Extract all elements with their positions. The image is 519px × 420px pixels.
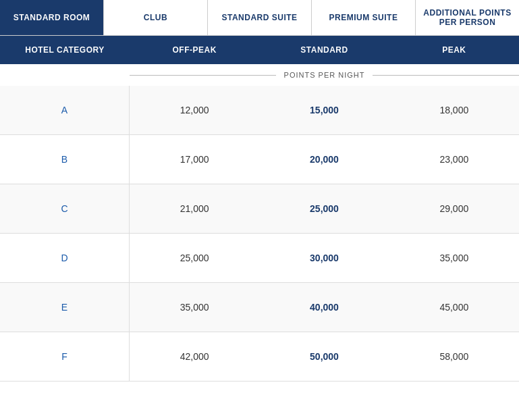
category-f: F [0, 332, 130, 381]
tab-bar: STANDARD ROOM CLUB STANDARD SUITE PREMIU… [0, 0, 519, 36]
table-row: C 21,000 25,000 29,000 [0, 184, 519, 234]
standard-f: 50,000 [259, 332, 389, 381]
label-line-right [373, 75, 519, 76]
category-b: B [0, 135, 130, 184]
peak-d: 35,000 [389, 234, 519, 282]
peak-a: 18,000 [389, 86, 519, 134]
header-hotel-category: HOTEL CATEGORY [0, 36, 130, 64]
off-peak-d: 25,000 [130, 234, 259, 282]
standard-a: 15,000 [259, 86, 389, 134]
off-peak-b: 17,000 [130, 135, 259, 184]
points-per-night-label-row: POINTS PER NIGHT [130, 64, 519, 86]
category-c: C [0, 184, 130, 233]
tab-premium-suite[interactable]: PREMIUM SUITE [312, 0, 416, 35]
standard-d: 30,000 [259, 234, 389, 282]
off-peak-e: 35,000 [130, 283, 259, 332]
table-row: E 35,000 40,000 45,000 [0, 283, 519, 332]
tab-standard-room[interactable]: STANDARD ROOM [0, 0, 104, 35]
table-row: F 42,000 50,000 58,000 [0, 332, 519, 382]
category-d: D [0, 234, 130, 282]
table-body: A 12,000 15,000 18,000 B 17,000 20,000 2… [0, 86, 519, 382]
header-standard: STANDARD [259, 36, 389, 64]
peak-b: 23,000 [389, 135, 519, 184]
off-peak-c: 21,000 [130, 184, 259, 233]
off-peak-f: 42,000 [130, 332, 259, 381]
points-per-night-text: POINTS PER NIGHT [276, 71, 373, 79]
header-peak: PEAK [389, 36, 519, 64]
category-e: E [0, 283, 130, 332]
table-header: HOTEL CATEGORY OFF-PEAK STANDARD PEAK [0, 36, 519, 64]
table-row: A 12,000 15,000 18,000 [0, 86, 519, 135]
standard-b: 20,000 [259, 135, 389, 184]
header-off-peak: OFF-PEAK [130, 36, 259, 64]
peak-e: 45,000 [389, 283, 519, 332]
standard-e: 40,000 [259, 283, 389, 332]
peak-f: 58,000 [389, 332, 519, 381]
standard-c: 25,000 [259, 184, 389, 233]
label-line-left [130, 75, 276, 76]
table-row: D 25,000 30,000 35,000 [0, 234, 519, 283]
tab-additional-points[interactable]: ADDITIONAL POINTS PER PERSON [416, 0, 519, 35]
off-peak-a: 12,000 [130, 86, 259, 134]
tab-standard-suite[interactable]: STANDARD SUITE [208, 0, 312, 35]
tab-club[interactable]: CLUB [104, 0, 208, 35]
peak-c: 29,000 [389, 184, 519, 233]
category-a: A [0, 86, 130, 134]
table-row: B 17,000 20,000 23,000 [0, 135, 519, 184]
